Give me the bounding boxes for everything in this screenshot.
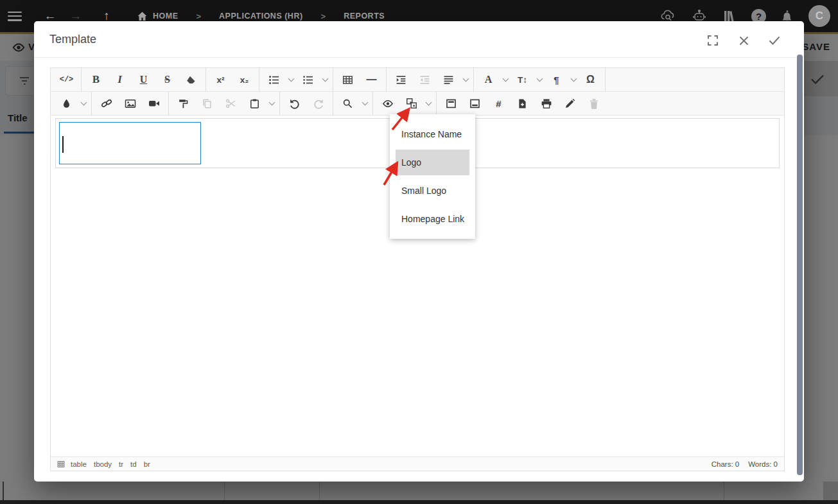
find-replace-button[interactable] [336, 94, 360, 113]
page-number-icon: # [496, 98, 501, 109]
paragraph-format-dropdown[interactable] [568, 71, 579, 89]
footer-section-button[interactable] [463, 94, 487, 113]
subscript-button[interactable]: x₂ [232, 71, 256, 89]
horizontal-rule-button[interactable]: — [360, 71, 383, 89]
source-code-button[interactable]: </> [55, 71, 78, 89]
font-color-button[interactable]: A [476, 71, 500, 89]
fullscreen-button[interactable] [706, 33, 720, 48]
strikethrough-button[interactable]: S [155, 71, 179, 89]
template-modal: Template </> B I U S [34, 21, 804, 482]
indent-button[interactable] [389, 71, 413, 89]
chevron-down-icon [425, 99, 432, 105]
menu-item-small-logo[interactable]: Small Logo [390, 177, 475, 205]
cut-button[interactable] [219, 94, 243, 113]
toolbar-divider [168, 92, 169, 115]
superscript-icon: x² [216, 75, 224, 85]
element-path-item[interactable]: tbody [94, 460, 112, 468]
breadcrumb-applications[interactable]: APPLICATIONS (HR) [219, 12, 303, 21]
outdent-button[interactable] [413, 71, 437, 89]
alignment-button[interactable] [437, 71, 460, 89]
breadcrumb-home[interactable]: HOME [153, 12, 179, 21]
insert-link-button[interactable] [94, 94, 118, 113]
insert-image-button[interactable] [118, 94, 142, 113]
edit-button[interactable] [558, 94, 582, 113]
redo-button[interactable] [306, 94, 330, 113]
chevron-down-icon [502, 75, 509, 82]
element-path-item[interactable]: table [71, 460, 87, 468]
delete-button[interactable] [582, 94, 606, 113]
element-path-item[interactable]: br [144, 460, 150, 468]
bulleted-list-button[interactable] [262, 71, 286, 89]
print-button[interactable] [534, 94, 558, 113]
menu-button[interactable] [0, 12, 30, 21]
italic-button[interactable]: I [108, 71, 132, 89]
insert-table-button[interactable] [336, 71, 360, 89]
toolbar-divider [605, 68, 606, 91]
paste-dropdown[interactable] [266, 94, 277, 113]
underline-button[interactable]: U [132, 71, 155, 89]
font-size-icon: T↕ [518, 75, 527, 85]
search-icon [342, 98, 353, 109]
header-section-button[interactable] [439, 94, 463, 113]
background-color-button[interactable] [55, 94, 78, 113]
insert-variable-button[interactable] [399, 94, 423, 113]
avatar-initial: C [816, 10, 823, 22]
link-icon [101, 98, 112, 109]
insert-video-button[interactable] [142, 94, 166, 113]
toolbar-divider [205, 68, 206, 91]
help-glyph: ? [756, 11, 762, 22]
numbered-list-button[interactable] [296, 71, 320, 89]
paragraph-format-button[interactable]: ¶ [545, 71, 568, 89]
subscript-icon: x₂ [240, 75, 249, 85]
editor-toolbar-row-2: # [51, 92, 784, 116]
modal-scrollbar-thumb[interactable] [797, 55, 803, 475]
element-path-item[interactable]: td [130, 460, 137, 468]
bold-button[interactable]: B [84, 71, 108, 89]
bulleted-list-dropdown[interactable] [286, 71, 296, 89]
remove-format-button[interactable] [179, 71, 203, 89]
redo-icon [313, 98, 324, 109]
menu-item-instance-name[interactable]: Instance Name [390, 120, 475, 148]
superscript-button[interactable]: x² [209, 71, 232, 89]
bold-icon: B [92, 73, 100, 86]
insert-variable-dropdown[interactable] [423, 94, 433, 113]
font-size-dropdown[interactable] [534, 71, 545, 89]
page-break-button[interactable] [511, 94, 534, 113]
preview-button[interactable] [376, 94, 399, 113]
chevron-down-icon [322, 75, 328, 82]
avatar[interactable]: C [808, 5, 830, 27]
copy-button[interactable] [195, 94, 219, 113]
eye-icon [382, 98, 394, 109]
close-button[interactable] [737, 33, 751, 48]
paste-button[interactable] [243, 94, 266, 113]
horizontal-rule-icon: — [367, 74, 377, 85]
numbered-list-icon [302, 74, 313, 85]
clipboard-icon [249, 98, 260, 109]
font-size-button[interactable]: T↕ [511, 71, 534, 89]
breadcrumb-separator: > [196, 12, 202, 21]
modal-header: Template [34, 21, 804, 58]
droplet-icon [62, 98, 71, 109]
toolbar-divider [333, 92, 333, 115]
toolbar-divider [436, 92, 437, 115]
selected-table-cell[interactable] [59, 122, 201, 164]
format-painter-button[interactable] [171, 94, 195, 113]
menu-item-homepage-link[interactable]: Homepage Link [390, 205, 475, 233]
variables-icon [406, 98, 417, 109]
undo-button[interactable] [283, 94, 306, 113]
source-code-icon: </> [60, 75, 74, 84]
background-color-dropdown[interactable] [78, 94, 89, 113]
confirm-button[interactable] [767, 33, 781, 48]
find-replace-dropdown[interactable] [360, 94, 370, 113]
numbered-list-dropdown[interactable] [320, 71, 330, 89]
underline-icon: U [140, 74, 148, 85]
page-number-button[interactable]: # [487, 94, 511, 113]
breadcrumb-reports[interactable]: REPORTS [344, 12, 385, 21]
special-character-button[interactable]: Ω [579, 71, 602, 89]
menu-item-logo[interactable]: Logo [396, 150, 469, 175]
alignment-dropdown[interactable] [460, 71, 471, 89]
chevron-down-icon [80, 99, 87, 105]
font-color-dropdown[interactable] [500, 71, 511, 89]
element-path-table-icon[interactable] [57, 460, 65, 468]
element-path-item[interactable]: tr [119, 460, 123, 468]
